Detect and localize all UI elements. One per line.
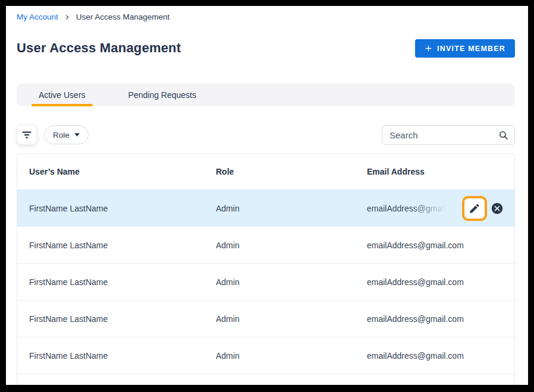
user-table: User’s Name Role Email Address FirstName… xyxy=(17,153,515,385)
role-cell: Admin xyxy=(216,241,367,250)
email-cell: emailAddress@gmail.com xyxy=(367,351,514,361)
table-header: User’s Name Role Email Address xyxy=(17,154,514,189)
role-cell: Admin xyxy=(216,277,367,287)
table-row-partial[interactable] xyxy=(17,374,514,385)
table-row[interactable]: FirstName LastName Admin emailAddress@gm… xyxy=(17,189,514,226)
column-header-role: Role xyxy=(216,167,367,176)
email-cell: emailAddress@gmail.com xyxy=(367,314,514,324)
user-name-cell: FirstName LastName xyxy=(29,241,216,250)
filter-icon xyxy=(21,131,32,139)
pencil-icon xyxy=(469,203,480,214)
search-icon[interactable] xyxy=(496,130,514,140)
tab-bar: Active Users Pending Requests xyxy=(17,84,515,106)
breadcrumb: My Account User Access Management xyxy=(17,12,169,21)
invite-member-button[interactable]: INVITE MEMBER xyxy=(415,39,515,58)
table-row[interactable]: FirstName LastName Admin emailAddress@gm… xyxy=(17,226,514,263)
page-title: User Access Management xyxy=(17,40,181,56)
tab-active-users[interactable]: Active Users xyxy=(32,84,93,106)
table-row[interactable]: FirstName LastName Admin emailAddress@gm… xyxy=(17,337,514,374)
screenshot-frame: My Account User Access Management User A… xyxy=(0,0,534,392)
x-circle-icon xyxy=(491,202,504,215)
search-box xyxy=(382,125,515,145)
table-row[interactable]: FirstName LastName Admin emailAddress@gm… xyxy=(17,263,514,300)
caret-down-icon xyxy=(74,133,80,137)
role-cell: Admin xyxy=(216,351,367,361)
row-actions xyxy=(462,190,504,226)
active-tab-indicator xyxy=(32,104,93,106)
column-header-users-name: User’s Name xyxy=(29,167,216,176)
user-name-cell: FirstName LastName xyxy=(29,314,216,324)
role-cell: Admin xyxy=(216,314,367,324)
role-cell: Admin xyxy=(216,204,367,213)
filter-button[interactable] xyxy=(17,125,37,145)
tab-label: Pending Requests xyxy=(128,90,196,100)
email-text: emailAddress@gmail.com xyxy=(367,204,464,213)
page: My Account User Access Management User A… xyxy=(6,6,528,385)
breadcrumb-link-my-account[interactable]: My Account xyxy=(17,12,58,21)
user-name-cell: FirstName LastName xyxy=(29,204,216,213)
email-cell: emailAddress@gmail.com xyxy=(367,241,514,250)
breadcrumb-current: User Access Management xyxy=(76,12,170,21)
tab-pending-requests[interactable]: Pending Requests xyxy=(121,84,203,106)
email-cell: emailAddress@gmail.com xyxy=(367,277,514,287)
tab-label: Active Users xyxy=(39,90,86,100)
search-input[interactable] xyxy=(382,130,496,140)
edit-button[interactable] xyxy=(462,196,487,221)
chevron-right-icon xyxy=(64,14,70,20)
role-filter-dropdown[interactable]: Role xyxy=(44,125,89,144)
column-header-email-address: Email Address xyxy=(367,167,514,176)
table-row[interactable]: FirstName LastName Admin emailAddress@gm… xyxy=(17,300,514,337)
remove-user-button[interactable] xyxy=(491,202,504,215)
user-name-cell: FirstName LastName xyxy=(29,351,216,361)
invite-member-label: INVITE MEMBER xyxy=(437,45,505,53)
user-name-cell: FirstName LastName xyxy=(29,277,216,287)
role-filter-label: Role xyxy=(53,131,70,140)
plus-icon xyxy=(425,45,432,52)
